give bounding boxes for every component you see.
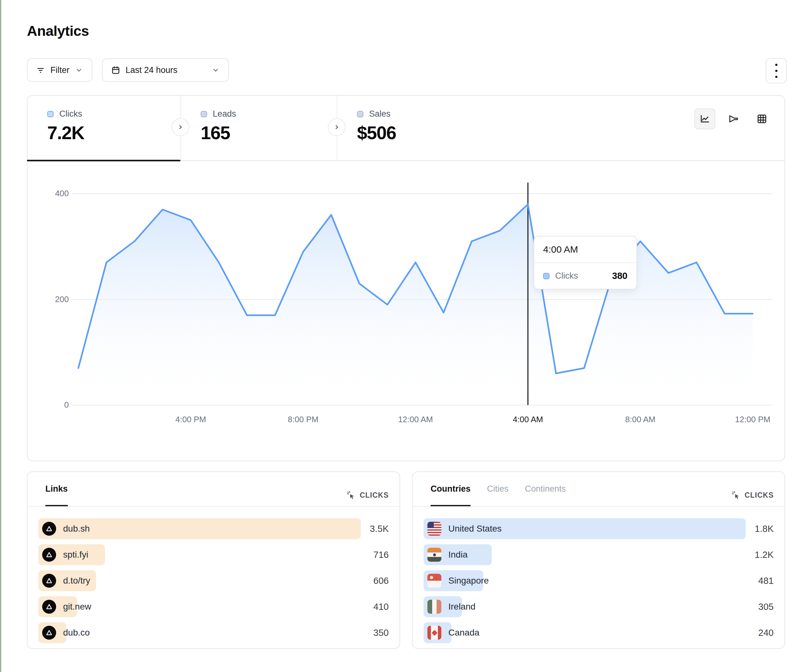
analytics-page: Analytics Filter Last 24 hours: [0, 0, 812, 672]
link-row[interactable]: d.to/try 606: [38, 570, 389, 591]
link-label: spti.fyi: [63, 550, 88, 560]
funnel-chart-toggle[interactable]: [723, 108, 744, 129]
metric-label: CLICKS: [744, 491, 774, 500]
stat-tab-clicks[interactable]: Clicks 7.2K: [27, 96, 181, 160]
country-clicks: 305: [758, 596, 774, 617]
tab-links[interactable]: Links: [45, 484, 68, 506]
country-clicks: 481: [758, 570, 774, 591]
us-flag-icon: [427, 522, 441, 536]
link-clicks: 410: [374, 596, 389, 617]
dub-logo-icon: [42, 600, 56, 614]
filter-icon: [36, 65, 45, 75]
tooltip-time: 4:00 AM: [534, 237, 636, 263]
clicks-metric-header[interactable]: CLICKS: [731, 484, 774, 506]
country-label: India: [448, 550, 467, 560]
dub-logo-icon: [42, 548, 56, 562]
stat-tab-leads[interactable]: Leads 165: [181, 96, 337, 160]
clicks-metric-header[interactable]: CLICKS: [346, 484, 389, 506]
stats-row: Clicks 7.2K Leads 165 Sales $506: [27, 96, 785, 161]
expand-leads-button[interactable]: [172, 118, 189, 136]
y-axis-tick: 200: [43, 295, 69, 304]
clicks-legend-icon: [543, 273, 549, 279]
india-flag-icon: [427, 548, 441, 562]
country-label: Singapore: [448, 576, 489, 586]
links-card: Links CLICKS dub.sh 3.5K: [27, 471, 400, 649]
country-row[interactable]: Ireland 305: [424, 596, 774, 617]
countries-card: Countries Cities Continents CLICKS Unite…: [412, 471, 785, 649]
x-axis-tick: 8:00 PM: [276, 414, 330, 425]
tab-continents[interactable]: Continents: [525, 484, 566, 506]
tooltip-value: 380: [612, 271, 628, 281]
chart-type-toggles: [694, 108, 773, 129]
table-view-toggle[interactable]: [751, 108, 773, 129]
link-clicks: 606: [374, 570, 389, 591]
x-axis-tick: 12:00 PM: [726, 414, 780, 425]
kebab-dot: [775, 64, 778, 66]
x-axis-tick: 4:00 AM: [501, 414, 555, 425]
link-label: dub.co: [63, 628, 90, 638]
date-range-button[interactable]: Last 24 hours: [102, 58, 229, 82]
link-clicks: 3.5K: [370, 518, 389, 539]
link-clicks: 716: [374, 544, 389, 565]
canada-flag-icon: [427, 626, 441, 640]
page-title: Analytics: [27, 23, 89, 39]
link-label: git.new: [63, 602, 91, 612]
dub-logo-icon: [42, 522, 56, 536]
stat-value: 165: [201, 122, 337, 143]
tab-cities[interactable]: Cities: [487, 484, 508, 506]
ireland-flag-icon: [427, 600, 441, 614]
stat-value: $506: [357, 122, 502, 143]
y-axis-tick: 0: [43, 400, 69, 410]
country-label: Ireland: [448, 602, 476, 612]
dub-logo-icon: [42, 574, 56, 588]
link-row[interactable]: spti.fyi 716: [38, 544, 389, 565]
analytics-card: Clicks 7.2K Leads 165 Sales $506: [27, 95, 785, 461]
y-axis-tick: 400: [43, 189, 69, 198]
clicks-legend-icon: [47, 111, 54, 117]
link-row[interactable]: dub.sh 3.5K: [38, 518, 389, 539]
tab-countries[interactable]: Countries: [431, 484, 471, 506]
sales-legend-icon: [357, 111, 363, 117]
date-range-label: Last 24 hours: [126, 65, 177, 75]
cursor-click-icon: [731, 490, 741, 500]
country-clicks: 1.2K: [755, 544, 774, 565]
stat-label: Clicks: [59, 109, 82, 119]
filter-button[interactable]: Filter: [27, 58, 92, 82]
link-clicks: 350: [374, 622, 389, 643]
dub-logo-icon: [42, 626, 56, 640]
singapore-flag-icon: [427, 574, 441, 588]
country-label: United States: [448, 524, 502, 534]
kebab-dot: [775, 76, 778, 78]
kebab-dot: [775, 70, 778, 72]
chart-tooltip: 4:00 AM Clicks 380: [534, 236, 637, 289]
link-label: d.to/try: [63, 576, 90, 586]
stat-label: Leads: [213, 109, 236, 119]
chevron-down-icon: [75, 66, 84, 75]
filter-label: Filter: [50, 65, 70, 75]
links-list: dub.sh 3.5K spti.fyi 716 d.to/try 606: [27, 507, 399, 643]
country-row[interactable]: Canada 240: [424, 622, 774, 643]
country-row[interactable]: Singapore 481: [424, 570, 774, 591]
country-clicks: 1.8K: [755, 518, 774, 539]
chevron-down-icon: [211, 66, 220, 75]
link-label: dub.sh: [63, 524, 90, 534]
countries-list: United States 1.8K India 1.2K Singapore …: [413, 507, 785, 643]
stat-tab-sales[interactable]: Sales $506: [337, 96, 502, 160]
stat-value: 7.2K: [47, 122, 181, 143]
stat-label: Sales: [369, 109, 391, 119]
link-row[interactable]: git.new 410: [38, 596, 389, 617]
expand-sales-button[interactable]: [328, 118, 346, 136]
country-row[interactable]: United States 1.8K: [424, 518, 774, 539]
country-clicks: 240: [758, 622, 774, 643]
line-chart-toggle[interactable]: [694, 108, 715, 129]
x-axis-tick: 4:00 PM: [164, 414, 218, 425]
link-row[interactable]: dub.co 350: [38, 622, 389, 643]
calendar-icon: [111, 65, 121, 75]
more-options-button[interactable]: [766, 58, 786, 84]
cursor-click-icon: [346, 490, 356, 500]
x-axis-tick: 12:00 AM: [389, 414, 443, 425]
left-edge-strip: [0, 0, 1, 672]
country-row[interactable]: India 1.2K: [424, 544, 774, 565]
clicks-area-chart[interactable]: 0200400 4:00 PM8:00 PM12:00 AM4:00 AM8:0…: [27, 161, 785, 461]
metric-label: CLICKS: [360, 491, 389, 500]
